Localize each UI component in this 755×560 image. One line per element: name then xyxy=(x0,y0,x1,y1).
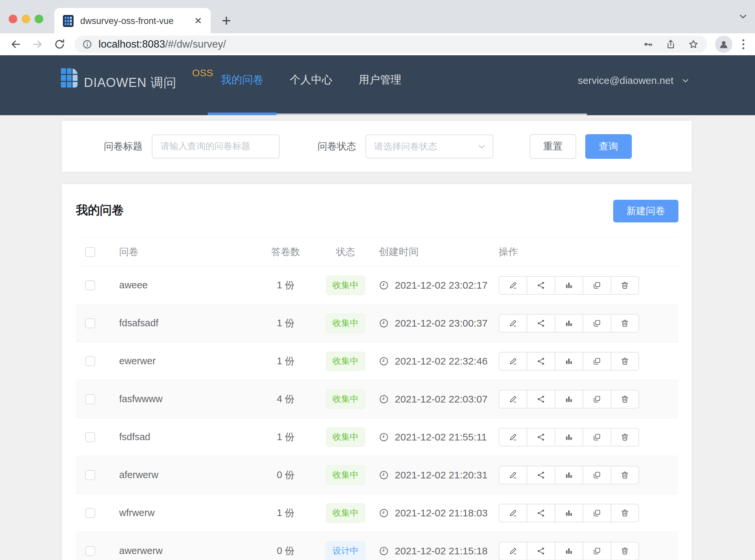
window-close-button[interactable] xyxy=(9,15,17,23)
window-controls xyxy=(9,15,43,23)
bookmark-star-icon[interactable] xyxy=(688,39,699,50)
copy-button[interactable] xyxy=(583,466,611,484)
edit-button[interactable] xyxy=(499,428,527,446)
share-button[interactable] xyxy=(527,504,555,522)
survey-name[interactable]: aferwerw xyxy=(119,469,259,480)
copy-button[interactable] xyxy=(583,390,611,408)
delete-button[interactable] xyxy=(611,504,639,522)
delete-button[interactable] xyxy=(611,352,639,371)
browser-tab[interactable]: dwsurvey-oss-front-vue ✕ xyxy=(54,8,211,34)
table-row: awerwerw0 份设计中2021-12-02 21:15:18 xyxy=(76,532,678,560)
copy-button[interactable] xyxy=(583,276,611,295)
copy-button[interactable] xyxy=(583,352,611,371)
survey-name[interactable]: awerwerw xyxy=(119,545,259,556)
row-checkbox[interactable] xyxy=(85,280,95,290)
row-checkbox[interactable] xyxy=(85,318,95,328)
copy-button[interactable] xyxy=(583,542,611,560)
new-tab-button[interactable]: + xyxy=(217,11,236,30)
search-button[interactable]: 查询 xyxy=(585,134,632,159)
tab-close-icon[interactable]: ✕ xyxy=(195,16,202,26)
site-info-icon[interactable] xyxy=(82,39,93,49)
survey-name[interactable]: ewerwer xyxy=(119,356,259,366)
survey-name[interactable]: aweee xyxy=(119,280,259,291)
nav-item-my-surveys[interactable]: 我的问卷 xyxy=(208,55,277,115)
share-button[interactable] xyxy=(527,276,555,295)
copy-button[interactable] xyxy=(583,314,611,333)
account-menu[interactable]: service@diaowen.net xyxy=(578,55,690,115)
row-checkbox[interactable] xyxy=(85,546,95,556)
delete-button[interactable] xyxy=(611,390,639,408)
stats-button[interactable] xyxy=(555,504,583,522)
stats-button[interactable] xyxy=(555,428,583,446)
share-button[interactable] xyxy=(527,390,555,408)
stats-button[interactable] xyxy=(555,314,583,333)
reload-button-icon[interactable] xyxy=(53,38,66,51)
edit-button[interactable] xyxy=(499,542,527,560)
forward-button-icon[interactable] xyxy=(31,38,44,51)
stats-button[interactable] xyxy=(555,352,583,371)
actions-cell xyxy=(489,542,678,560)
back-button-icon[interactable] xyxy=(9,38,22,51)
browser-menu-icon[interactable] xyxy=(742,39,744,49)
create-survey-button[interactable]: 新建问卷 xyxy=(613,200,678,222)
delete-button[interactable] xyxy=(611,542,639,560)
share-button[interactable] xyxy=(527,314,555,333)
stats-icon xyxy=(564,471,574,480)
status-cell: 收集中 xyxy=(312,314,379,333)
row-checkbox[interactable] xyxy=(85,356,95,366)
edit-button[interactable] xyxy=(499,504,527,522)
reset-button[interactable]: 重置 xyxy=(530,134,576,159)
survey-name[interactable]: fsdfsad xyxy=(119,432,259,442)
table-row: fasfwwww4 份收集中2021-12-02 22:03:07 xyxy=(76,380,678,418)
site-favicon xyxy=(63,15,74,27)
row-checkbox[interactable] xyxy=(85,394,95,404)
actions-cell xyxy=(489,352,678,371)
share-button[interactable] xyxy=(527,352,555,371)
survey-name[interactable]: fasfwwww xyxy=(119,394,259,404)
address-bar[interactable]: localhost:8083/#/dw/survey/ xyxy=(75,36,707,53)
row-checkbox-cell xyxy=(76,356,119,366)
survey-status-select[interactable]: 请选择问卷状态 xyxy=(366,135,493,159)
row-checkbox-cell xyxy=(76,394,119,404)
edit-button[interactable] xyxy=(499,276,527,295)
stats-button[interactable] xyxy=(555,276,583,295)
edit-button[interactable] xyxy=(499,466,527,484)
select-all-checkbox[interactable] xyxy=(85,247,95,257)
survey-title-input[interactable] xyxy=(152,135,280,159)
stats-button[interactable] xyxy=(555,390,583,408)
share-icon xyxy=(536,357,546,366)
window-minimize-button[interactable] xyxy=(22,15,30,23)
survey-name[interactable]: wfrwerw xyxy=(119,507,259,518)
row-checkbox[interactable] xyxy=(85,432,95,442)
browser-profile-avatar[interactable] xyxy=(715,36,732,53)
stats-button[interactable] xyxy=(555,466,583,484)
delete-button[interactable] xyxy=(611,314,639,333)
delete-button[interactable] xyxy=(611,428,639,446)
delete-button[interactable] xyxy=(611,466,639,484)
copy-button[interactable] xyxy=(583,504,611,522)
actions-cell xyxy=(489,466,678,484)
edit-button[interactable] xyxy=(499,314,527,333)
share-button[interactable] xyxy=(527,428,555,446)
app-header: DIAOWEN 调问 OSS 我的问卷 个人中心 用户管理 service@di… xyxy=(0,55,755,115)
window-zoom-button[interactable] xyxy=(35,15,43,23)
edit-button[interactable] xyxy=(499,352,527,371)
stats-button[interactable] xyxy=(555,542,583,560)
created-cell: 2021-12-02 21:18:03 xyxy=(379,507,489,519)
copy-button[interactable] xyxy=(583,428,611,446)
table-row: fsdfsad1 份收集中2021-12-02 21:55:11 xyxy=(76,418,678,456)
nav-item-personal-center[interactable]: 个人中心 xyxy=(277,55,346,115)
delete-button[interactable] xyxy=(611,276,639,295)
share-button[interactable] xyxy=(527,466,555,484)
share-export-icon[interactable] xyxy=(665,39,676,50)
delete-icon xyxy=(620,281,630,290)
status-badge: 收集中 xyxy=(326,314,365,333)
row-checkbox[interactable] xyxy=(85,508,95,518)
password-key-icon[interactable] xyxy=(642,39,654,50)
survey-name[interactable]: fdsafsadf xyxy=(119,318,259,328)
row-checkbox[interactable] xyxy=(85,470,95,480)
share-button[interactable] xyxy=(527,542,555,560)
edit-button[interactable] xyxy=(499,390,527,408)
tab-search-chevron-icon[interactable] xyxy=(738,11,748,22)
nav-item-user-management[interactable]: 用户管理 xyxy=(346,55,414,115)
